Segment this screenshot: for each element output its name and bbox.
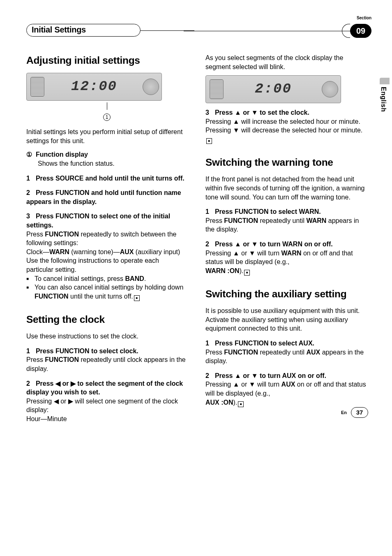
page-number: 37: [351, 407, 368, 418]
lcd-illustration-1: 12:00: [26, 73, 162, 101]
section-label: Section: [357, 16, 371, 20]
heading-adjusting: Adjusting initial settings: [26, 53, 187, 67]
aux-step-2: Press ▲ or ▼ to turn AUX on or off.: [215, 372, 326, 379]
end-mark-icon: [206, 138, 212, 144]
end-mark-icon: [134, 295, 140, 301]
step-num: 1: [26, 348, 30, 354]
callout-number: 1: [103, 114, 111, 121]
lcd-eq-icon: [210, 79, 224, 99]
clock-step-2-body: Pressing ◀ or ▶ will select one segment …: [26, 397, 187, 415]
callout-1: 1: [26, 102, 187, 121]
intro-a: Initial settings lets you perform initia…: [26, 127, 187, 145]
footer: En 37: [341, 407, 368, 418]
warn-step-1-body: Press FUNCTION repeatedly until WARN app…: [205, 216, 367, 234]
heading-setting-clock: Setting the clock: [26, 313, 187, 326]
end-mark-icon: [238, 401, 244, 407]
clock-step-2-segments: Hour—Minute: [26, 415, 187, 424]
intro-d: It is possible to use auxiliary equipmen…: [205, 306, 367, 333]
language-label: English: [380, 87, 387, 112]
warn-step-2-body: Pressing ▲ or ▼ will turn WARN on or off…: [205, 249, 367, 276]
lcd-illustration-2: 2:00: [205, 75, 341, 103]
lcd-dial-icon: [143, 79, 159, 95]
step-num: 1: [26, 175, 30, 182]
bullet-2: You can also cancel initial settings by …: [26, 283, 187, 301]
warn-step-2: Press ▲ or ▼ to turn WARN on or off.: [215, 241, 333, 248]
lcd-value-2: 2:00: [255, 80, 292, 99]
lcd-value-1: 12:00: [71, 77, 117, 96]
end-mark-icon: [244, 270, 250, 276]
step-1: Press SOURCE and hold until the unit tur…: [36, 175, 184, 182]
step-2: Press FUNCTION and hold until function n…: [26, 189, 181, 205]
fd-title: Function display: [36, 151, 88, 158]
clock-step-1-body: Press FUNCTION repeatedly until clock ap…: [26, 355, 187, 373]
footer-lang: En: [341, 410, 347, 415]
clock-step-2: Press ◀ or ▶ to select the segment of th…: [26, 380, 183, 396]
section-number-badge: 09: [350, 24, 371, 38]
chapter-pill: Initial Settings: [26, 24, 141, 37]
step-num: 1: [205, 208, 209, 215]
step-num: 2: [205, 372, 209, 379]
right-step-3-body: Pressing ▲ will increase the selected ho…: [205, 117, 367, 144]
language-tab: English: [380, 78, 390, 112]
clock-step-1: Press FUNCTION to select clock.: [36, 348, 138, 354]
step-3-settings: Clock—WARN (warning tone)—AUX (auxiliary…: [26, 248, 187, 257]
tab-highlight: [380, 78, 390, 84]
bullet-1: To cancel initial settings, press BAND.: [26, 274, 187, 283]
aux-step-1: Press FUNCTION to select AUX.: [215, 340, 314, 347]
intro-c: If the front panel is not detached from …: [205, 175, 367, 202]
left-column: Adjusting initial settings 12:00 1 Initi…: [26, 53, 187, 424]
step-num: 3: [26, 213, 30, 220]
step-num: 1: [205, 340, 209, 347]
step-num: 3: [205, 109, 209, 116]
top-note: As you select segments of the clock disp…: [205, 53, 367, 71]
aux-step-1-body: Press FUNCTION repeatedly until AUX appe…: [205, 348, 367, 366]
right-column: As you select segments of the clock disp…: [205, 53, 367, 424]
warn-step-1: Press FUNCTION to select WARN.: [215, 208, 321, 215]
step-num: 2: [26, 189, 30, 196]
fd-circled-num: ①: [26, 151, 32, 158]
step-3-body: Press FUNCTION repeatedly to switch betw…: [26, 230, 187, 248]
step-num: 2: [205, 241, 209, 248]
step-3: Press FUNCTION to select one of the init…: [26, 213, 170, 229]
aux-step-2-body: Pressing ▲ or ▼ will turn AUX on or off …: [205, 380, 367, 407]
lcd-dial-icon: [322, 81, 338, 97]
step-3-note: Use the following instructions to operat…: [26, 256, 187, 274]
intro-b: Use these instructions to set the clock.: [26, 332, 187, 341]
heading-aux-setting: Switching the auxiliary setting: [205, 287, 367, 301]
heading-warning-tone: Switching the warning tone: [205, 155, 367, 169]
lcd-eq-icon: [30, 77, 44, 97]
step-num: 2: [26, 380, 30, 387]
fd-body: Shows the function status.: [26, 159, 187, 168]
right-step-3: Press ▲ or ▼ to set the clock.: [215, 109, 309, 116]
